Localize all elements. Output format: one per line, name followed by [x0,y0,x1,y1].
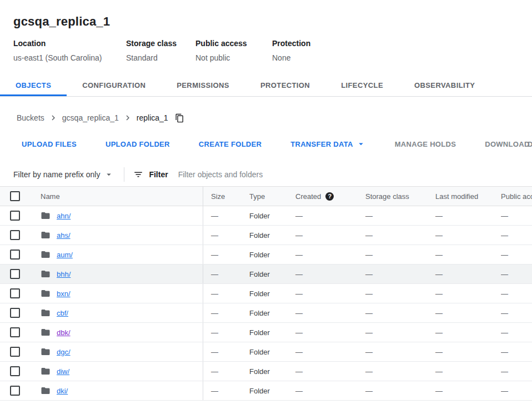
object-name-link[interactable]: dki/ [57,387,68,395]
object-name-link[interactable]: dgc/ [57,348,71,356]
type-cell: Folder [249,309,295,317]
row-checkbox[interactable] [10,288,20,298]
help-icon[interactable] [325,192,334,201]
row-checkbox-cell [0,284,31,303]
breadcrumb-current-folder: replica_1 [137,113,168,122]
arrow-drop-down-icon [356,139,366,149]
row-checkbox[interactable] [10,327,20,337]
created-cell: — [295,212,365,220]
filter-input[interactable] [177,169,410,179]
object-name-link[interactable]: cbf/ [57,309,68,317]
public-access-cell: — [501,309,532,317]
storage-class-cell: — [365,348,435,356]
storage-class-cell: — [365,387,435,395]
header-public-access: Public access [501,192,532,201]
row-checkbox[interactable] [10,366,20,376]
upload-folder-button[interactable]: UPLOAD FOLDER [98,134,178,154]
table-body: ahn/ — Folder — — — — ahs/ — Folder — — … [0,206,532,401]
size-cell: — [203,367,249,376]
manage-holds-button[interactable]: MANAGE HOLDS [387,134,464,154]
storage-class-cell: — [365,367,435,376]
object-name-link[interactable]: ahn/ [57,212,71,220]
create-folder-button[interactable]: CREATE FOLDER [191,134,269,154]
tab-observability[interactable]: OBSERVABILITY [399,74,490,96]
tab-permissions[interactable]: PERMISSIONS [161,74,245,96]
copy-icon[interactable] [175,113,184,123]
table-row: bxn/ — Folder — — — — [0,284,532,303]
name-cell: ahs/ [31,226,203,245]
created-cell: — [295,270,365,278]
chevron-right-icon [123,113,133,123]
row-checkbox[interactable] [10,230,20,240]
folder-icon [41,211,51,221]
tab-configuration[interactable]: CONFIGURATION [67,74,161,96]
type-cell: Folder [249,328,295,337]
object-name-link[interactable]: ahs/ [57,231,71,240]
row-checkbox-cell [0,342,31,361]
type-cell: Folder [249,251,295,259]
header-checkbox-cell [0,187,31,206]
breadcrumb-buckets[interactable]: Buckets [17,113,44,122]
page-title: gcsqa_replica_1 [13,14,519,29]
info-public-access: Public access Not public [195,39,272,62]
object-name-link[interactable]: aum/ [57,251,73,259]
row-checkbox[interactable] [10,250,20,260]
row-checkbox[interactable] [10,308,20,318]
name-cell: diw/ [31,362,203,381]
type-cell: Folder [249,270,295,278]
size-cell: — [203,270,249,278]
objects-table: Name Size Type Created Storage class Las… [0,187,532,401]
select-all-checkbox[interactable] [10,191,20,201]
info-label: Storage class [126,39,195,48]
row-checkbox[interactable] [10,269,20,279]
name-cell: ahn/ [31,206,203,225]
info-value: Standard [126,53,195,62]
info-label: Public access [195,39,272,48]
row-checkbox[interactable] [10,347,20,357]
table-row: dgc/ — Folder — — — — [0,342,532,362]
row-checkbox[interactable] [10,211,20,221]
type-cell: Folder [249,290,295,298]
created-cell: — [295,231,365,240]
name-cell: bxn/ [31,284,203,303]
upload-files-button[interactable]: UPLOAD FILES [14,134,84,154]
button-label: UPLOAD FILES [22,140,77,148]
object-name-link[interactable]: bhh/ [57,270,71,278]
delete-button[interactable]: DELETE [520,134,532,154]
button-label: TRANSFER DATA [290,140,353,148]
tab-bar: OBJECTS CONFIGURATION PERMISSIONS PROTEC… [0,74,532,97]
filter-list-icon [133,169,143,179]
bucket-header: gcsqa_replica_1 Location us-east1 (South… [0,0,532,62]
filter-scope-dropdown[interactable]: Filter by name prefix only [13,169,114,179]
name-cell: dbk/ [31,323,203,342]
last-modified-cell: — [435,309,501,317]
type-cell: Folder [249,231,295,240]
row-checkbox-cell [0,381,31,400]
created-cell: — [295,367,365,376]
info-value: None [272,53,310,62]
last-modified-cell: — [435,231,501,240]
name-cell: dki/ [31,381,203,400]
storage-class-cell: — [365,328,435,337]
size-cell: — [203,251,249,259]
button-label: DELETE [528,140,532,148]
object-name-link[interactable]: dbk/ [57,328,71,337]
last-modified-cell: — [435,270,501,278]
objects-toolbar: UPLOAD FILES UPLOAD FOLDER CREATE FOLDER… [0,133,532,154]
tab-objects[interactable]: OBJECTS [0,74,67,96]
table-row: ahn/ — Folder — — — — [0,206,532,226]
breadcrumb-bucket-name[interactable]: gcsqa_replica_1 [62,113,119,122]
tab-lifecycle[interactable]: LIFECYCLE [325,74,399,96]
row-checkbox-cell [0,226,31,245]
row-checkbox-cell [0,362,31,381]
size-cell: — [203,328,249,337]
filter-label-text: Filter [149,170,168,179]
transfer-data-button[interactable]: TRANSFER DATA [283,134,373,154]
row-checkbox[interactable] [10,386,20,396]
public-access-cell: — [501,231,532,240]
size-cell: — [203,212,249,220]
object-name-link[interactable]: bxn/ [57,290,71,298]
object-name-link[interactable]: diw/ [57,367,69,376]
table-row: diw/ — Folder — — — — [0,362,532,381]
tab-protection[interactable]: PROTECTION [245,74,325,96]
